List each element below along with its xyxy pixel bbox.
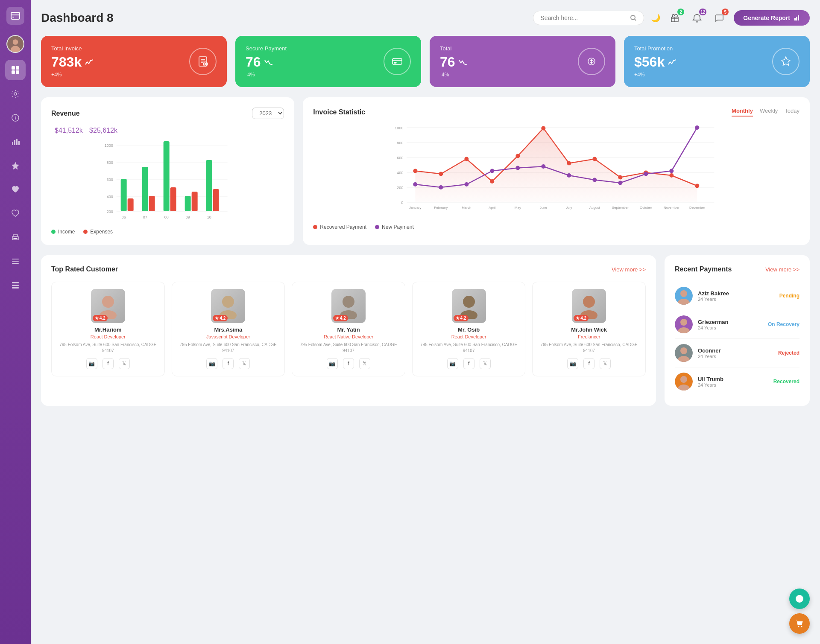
sidebar-item-analytics[interactable] [5,131,26,152]
payment-item-2: Oconner 24 Years Rejected [675,339,800,367]
header-icons: 🌙 2 12 5 [651,10,727,26]
rating-1: ★ 4.2 [213,315,228,321]
svg-point-108 [102,296,114,308]
sidebar-logo[interactable] [6,7,24,25]
customer-card-0: ★ 4.2 Mr.Hariom React Developer 795 Fols… [51,282,165,376]
svg-point-78 [567,161,571,166]
rating-4: ★ 4.2 [574,315,589,321]
customers-title: Top Rated Customer [51,265,118,273]
svg-rect-31 [392,58,402,64]
customer-photo-4: ★ 4.2 [572,289,606,323]
sidebar-item-heart[interactable] [5,179,26,200]
twitter-1[interactable]: 𝕏 [239,358,250,369]
stat-payment-icon [384,48,411,75]
svg-point-92 [618,181,623,185]
cart-fab[interactable] [789,613,810,634]
svg-rect-26 [794,18,796,20]
payment-age-2: 24 Years [698,354,773,359]
facebook-2[interactable]: f [343,358,354,369]
tab-weekly[interactable]: Weekly [760,108,778,117]
customers-view-more[interactable]: View more >> [612,266,646,273]
svg-point-116 [583,296,595,308]
bottom-row: Top Rated Customer View more >> ★ 4.2 [41,255,810,406]
revenue-chart-card: Revenue 2023 $41,512k $25,612k 1000 800 … [41,97,294,245]
tab-today[interactable]: Today [785,108,800,117]
svg-rect-1 [12,17,14,17]
customer-name-4: Mr.John Wick [538,326,640,333]
sidebar-item-heart2[interactable] [5,203,26,224]
svg-rect-50 [185,196,191,211]
customer-address-2: 795 Folsom Ave, Suite 600 San Francisco,… [297,342,400,354]
search-input[interactable] [540,15,627,21]
svg-text:200: 200 [397,186,404,190]
stat-invoice-label: Total invoice [51,45,94,52]
new-payment-legend: New Payment [382,224,414,230]
svg-point-87 [490,169,495,173]
twitter-3[interactable]: 𝕏 [480,358,491,369]
avatar[interactable] [6,35,24,53]
payments-view-more[interactable]: View more >> [765,266,800,273]
sidebar-item-dashboard[interactable] [5,60,26,80]
generate-report-button[interactable]: Generate Report [734,10,810,26]
svg-rect-19 [12,261,19,262]
sidebar-item-info[interactable] [5,108,26,128]
svg-point-9 [14,93,17,95]
facebook-3[interactable]: f [463,358,474,369]
sidebar-item-list[interactable] [5,275,26,295]
svg-text:06: 06 [122,215,126,219]
customer-socials-3: 📷 f 𝕏 [418,358,520,369]
facebook-1[interactable]: f [223,358,234,369]
payment-name-0: Aziz Bakree [698,290,774,297]
twitter-2[interactable]: 𝕏 [359,358,370,369]
customer-card-1: ★ 4.2 Mrs.Asima Javascript Developer 795… [172,282,285,376]
svg-rect-8 [16,70,19,74]
instagram-4[interactable]: 📷 [567,358,578,369]
svg-rect-52 [206,160,212,211]
customer-card-4: ★ 4.2 Mr.John Wick Freelancer 795 Folsom… [532,282,646,376]
chat-notification[interactable]: 5 [712,10,727,26]
svg-point-114 [463,296,475,308]
instagram-0[interactable]: 📷 [86,358,97,369]
sidebar-item-star[interactable] [5,155,26,176]
gift-notification[interactable]: 2 [667,10,682,26]
instagram-3[interactable]: 📷 [447,358,458,369]
revenue-value: $41,512k $25,612k [51,122,284,136]
instagram-2[interactable]: 📷 [327,358,338,369]
revenue-legend: Income Expenses [51,229,284,235]
facebook-4[interactable]: f [583,358,594,369]
svg-text:September: September [612,206,629,210]
svg-rect-47 [149,196,155,211]
twitter-0[interactable]: 𝕏 [119,358,130,369]
stat-promo-icon [772,48,800,75]
search-bar[interactable] [533,11,644,25]
tab-monthly[interactable]: Monthly [732,108,753,117]
svg-point-85 [439,185,443,189]
svg-rect-20 [12,263,19,264]
header: Dashboard 8 🌙 2 12 [41,10,810,26]
customer-name-2: Mr. Yatin [297,326,400,333]
svg-text:400: 400 [397,171,404,175]
twitter-4[interactable]: 𝕏 [600,358,611,369]
sidebar-item-menu[interactable] [5,251,26,271]
payment-item-1: Griezerman 24 Years On Recovery [675,310,800,339]
stat-total-label: Total [440,45,467,52]
bell-notification[interactable]: 12 [689,10,705,26]
sidebar-item-print[interactable] [5,227,26,248]
facebook-0[interactable]: f [102,358,114,369]
svg-rect-18 [12,259,19,259]
dark-mode-toggle[interactable]: 🌙 [651,13,660,23]
svg-point-112 [343,296,354,308]
svg-text:400: 400 [107,195,113,199]
income-legend: Income [58,229,75,235]
svg-rect-5 [12,66,15,70]
svg-point-93 [644,172,648,176]
rating-3: ★ 4.2 [454,315,469,321]
stat-total-icon [578,48,605,75]
svg-text:June: June [540,206,548,210]
year-selector[interactable]: 2023 [252,108,284,119]
svg-text:0: 0 [401,201,404,205]
instagram-1[interactable]: 📷 [206,358,217,369]
main-content: Dashboard 8 🌙 2 12 [31,0,820,644]
sidebar-item-settings[interactable] [5,84,26,104]
chat-fab[interactable] [789,589,810,609]
